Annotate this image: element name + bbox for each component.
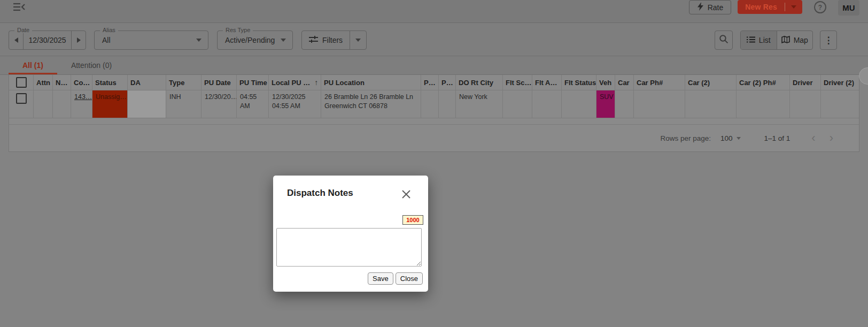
table-cell [532, 90, 562, 118]
alias-select[interactable]: Alias All [94, 31, 208, 50]
pagination-bar: Rows per page: 100 1–1 of 1 ‹ › [9, 124, 859, 151]
table-filler [9, 118, 859, 124]
table-cell [421, 90, 439, 118]
menu-collapse-icon[interactable] [13, 2, 26, 12]
table-cell: 143… [71, 90, 92, 118]
column-header[interactable]: P… [421, 75, 439, 90]
vehicle-cell: SUV [596, 90, 615, 118]
column-header[interactable]: P… [439, 75, 456, 90]
map-view-button[interactable]: Map [777, 31, 813, 49]
table-cell [685, 90, 737, 118]
chevron-down-icon [791, 5, 796, 9]
sort-ascending-icon: ↑ [314, 78, 318, 87]
new-res-label[interactable]: New Res [738, 0, 785, 14]
dispatch-notes-textarea[interactable] [276, 228, 422, 267]
column-header[interactable]: PU Time [237, 75, 269, 90]
alias-field-label: Alias [100, 27, 118, 33]
filter-toolbar: Date 12/30/2025 Alias All Res Type Activ… [0, 23, 868, 56]
tune-icon [309, 36, 318, 45]
column-header[interactable]: Driver [790, 75, 821, 90]
table-row[interactable]: 143…Unassig…INH12/30/20…04:55 AM12/30/20… [9, 90, 859, 118]
table-cell [439, 90, 456, 118]
table-cell: 04:55 AM [237, 90, 269, 118]
rows-per-page-label: Rows per page: [660, 134, 711, 142]
dialog-buttons: Save Close [368, 272, 423, 285]
column-header[interactable]: N… [53, 75, 71, 90]
search-icon [719, 34, 728, 46]
table-cell [53, 90, 71, 118]
table-cell [9, 90, 34, 118]
pagination-range: 1–1 of 1 [764, 134, 790, 142]
avatar-initials: MU [842, 3, 855, 12]
character-counter: 1000 [402, 215, 423, 225]
rows-per-page-select[interactable]: 100 [720, 134, 741, 142]
rate-button[interactable]: Rate [689, 0, 732, 14]
save-button[interactable]: Save [368, 272, 393, 285]
table-cell [615, 90, 634, 118]
column-header[interactable]: DO Rt City [456, 75, 503, 90]
more-options-button[interactable]: ⋮ [820, 31, 837, 50]
tab-all[interactable]: All (1) [9, 56, 57, 74]
column-header[interactable]: Car (2) [685, 75, 737, 90]
topbar-actions: Rate New Res ? MU [689, 0, 859, 16]
table-cell: 12/30/20… [201, 90, 237, 118]
select-all-checkbox[interactable] [16, 77, 27, 88]
column-header[interactable]: PU Location [321, 75, 421, 90]
column-header[interactable]: Flt A… [532, 75, 562, 90]
column-header[interactable]: PU Date [201, 75, 237, 90]
new-res-button[interactable]: New Res [738, 0, 802, 14]
column-header[interactable]: Car (2) Ph# [737, 75, 790, 90]
column-header[interactable]: Flt Sc… [503, 75, 532, 90]
chevron-down-icon [737, 137, 741, 140]
res-type-field-label: Res Type [223, 27, 253, 33]
search-button[interactable] [715, 31, 733, 50]
avatar[interactable]: MU [838, 0, 859, 16]
column-header[interactable]: Car Ph# [634, 75, 685, 90]
column-header[interactable]: Car [615, 75, 634, 90]
column-header[interactable]: Driver (2) [821, 75, 859, 90]
date-value[interactable]: 12/30/2025 [24, 36, 71, 44]
next-date-button[interactable] [72, 31, 86, 49]
filters-dropdown-arrow[interactable] [350, 31, 366, 49]
date-field: Date 12/30/2025 [9, 31, 86, 50]
arrow-left-icon [14, 37, 18, 43]
table-cell [790, 90, 821, 118]
previous-page-button[interactable]: ‹ [811, 132, 815, 144]
res-type-select[interactable]: Res Type Active/Pending [217, 31, 293, 50]
date-field-label: Date [14, 27, 32, 33]
table-cell [634, 90, 685, 118]
column-header[interactable]: Co… [71, 75, 92, 90]
close-icon[interactable] [401, 189, 412, 200]
list-view-button[interactable]: List [741, 31, 777, 49]
column-header[interactable]: Local PU …↑ [269, 75, 321, 90]
status-cell: Unassig… [92, 90, 128, 118]
map-view-label: Map [794, 36, 808, 44]
column-header[interactable]: Type [166, 75, 201, 90]
column-header[interactable]: Flt Status [562, 75, 596, 90]
help-button[interactable]: ? [814, 1, 826, 13]
confirmation-link[interactable]: 143… [74, 93, 92, 101]
reservations-table: AttnN…Co…StatusDATypePU DatePU TimeLocal… [9, 75, 859, 152]
column-header[interactable]: Attn [34, 75, 53, 90]
column-header[interactable]: Veh [596, 75, 615, 90]
top-app-bar: Rate New Res ? MU [0, 0, 868, 23]
previous-date-button[interactable] [9, 31, 23, 49]
column-header[interactable]: Status [92, 75, 128, 90]
next-page-button[interactable]: › [830, 132, 833, 144]
table-cell [821, 90, 859, 118]
column-header[interactable]: DA [128, 75, 166, 90]
dispatch-notes-dialog: Dispatch Notes 1000 Save Close [273, 176, 428, 292]
table-header-row: AttnN…Co…StatusDATypePU DatePU TimeLocal… [9, 75, 859, 90]
chevron-down-icon [196, 39, 201, 42]
alias-value: All [95, 36, 196, 44]
close-button[interactable]: Close [396, 272, 423, 285]
select-all-header[interactable] [9, 75, 34, 90]
row-checkbox[interactable] [16, 93, 27, 104]
result-tabs: All (1) Attention (0) [0, 56, 868, 75]
table-cell: New York [456, 90, 503, 118]
tab-attention[interactable]: Attention (0) [57, 56, 126, 74]
filters-button[interactable]: Filters [302, 36, 350, 45]
table-cell: INH [166, 90, 201, 118]
chevron-down-icon [281, 39, 286, 42]
new-res-dropdown-arrow[interactable] [785, 0, 802, 14]
